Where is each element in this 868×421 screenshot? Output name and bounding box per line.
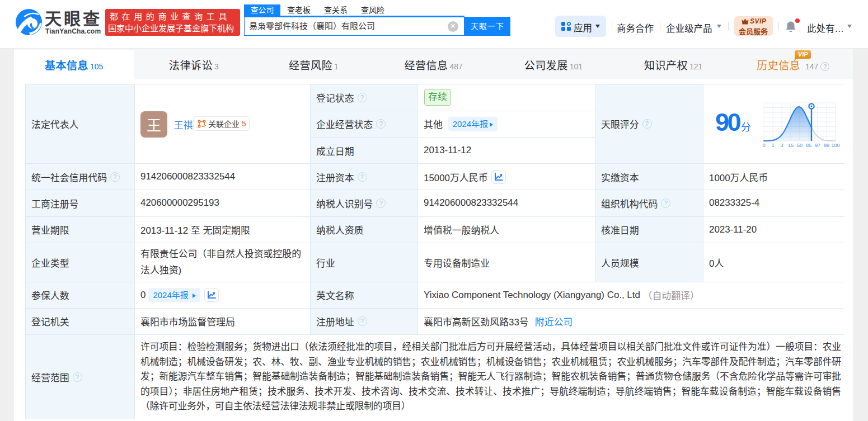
svg-text:85: 85 (806, 143, 811, 148)
svg-text:3: 3 (780, 143, 783, 148)
svg-text:97: 97 (815, 143, 820, 148)
svg-text:0: 0 (762, 143, 765, 148)
svg-text:1: 1 (771, 143, 774, 148)
svg-text:99: 99 (824, 143, 829, 148)
svg-text:15: 15 (788, 143, 794, 148)
svg-text:50: 50 (797, 143, 803, 148)
svg-text:100: 100 (831, 143, 839, 148)
